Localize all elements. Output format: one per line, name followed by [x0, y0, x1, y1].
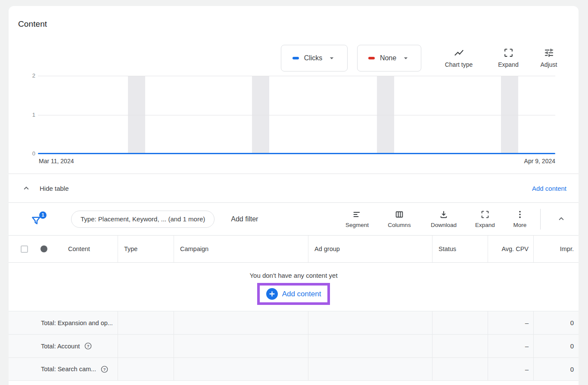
download-button[interactable]: Download: [428, 210, 460, 228]
table-row-total-account: Total: Account ? – 0: [9, 334, 579, 357]
chevron-down-icon: [327, 54, 336, 62]
expand-table-button[interactable]: Expand: [473, 210, 497, 228]
svg-text:?: ?: [87, 344, 90, 348]
select-all-checkbox[interactable]: [21, 245, 28, 253]
y-axis-tick: 2: [25, 72, 35, 79]
x-axis-end-label: Apr 9, 2024: [524, 158, 555, 165]
impr-value: 0: [570, 342, 574, 350]
metric-dropdown-label: Clicks: [304, 54, 323, 62]
add-content-button[interactable]: Add content: [257, 283, 330, 305]
empty-state-message: You don't have any content yet: [249, 272, 337, 279]
svg-text:?: ?: [103, 366, 106, 371]
expand-chart-button[interactable]: Expand: [493, 47, 523, 68]
table-header-row: Content Type Campaign Ad group Status Av…: [9, 235, 579, 263]
gridline-y1: [38, 115, 555, 115]
none-series-swatch: [368, 57, 375, 59]
expand-icon: [503, 47, 514, 58]
metric-dropdown-none[interactable]: None: [357, 45, 421, 71]
adjust-button[interactable]: Adjust: [534, 47, 564, 68]
empty-state: You don't have any content yet Add conte…: [9, 263, 579, 311]
avg-cpv-value: –: [525, 366, 529, 373]
impr-value: 0: [570, 366, 574, 373]
avg-cpv-value: –: [525, 342, 529, 350]
chevron-up-icon: [22, 183, 31, 193]
more-button[interactable]: More: [512, 210, 528, 228]
y-axis-tick: 1: [25, 112, 35, 118]
columns-button[interactable]: Columns: [386, 210, 413, 228]
page-title: Content: [18, 19, 47, 29]
gridline-y2: [38, 76, 555, 76]
collapse-toolbar-chevron[interactable]: [557, 214, 566, 224]
header-campaign[interactable]: Campaign: [174, 236, 308, 262]
header-ad-group[interactable]: Ad group: [308, 236, 432, 262]
filter-funnel-button[interactable]: 1: [30, 212, 43, 226]
filter-bar: 1 Type: Placement, Keyword, ... (and 1 m…: [9, 202, 579, 235]
chart-type-button[interactable]: Chart type: [442, 47, 476, 68]
help-icon[interactable]: ?: [100, 365, 109, 373]
table-row-total-search: Total: Search cam... ? – 0: [9, 357, 579, 381]
segment-button[interactable]: Segment: [344, 210, 370, 228]
add-filter-button[interactable]: Add filter: [231, 215, 258, 223]
impr-value: 0: [570, 319, 574, 326]
total-row-label: Total: Expansion and op...: [41, 320, 113, 326]
table-toggle-row: Hide table Add content: [9, 174, 579, 202]
clicks-series-swatch: [292, 57, 299, 59]
columns-icon: [395, 210, 404, 219]
total-row-label: Total: Search cam...: [41, 366, 96, 373]
chart-section: Content Clicks None Chart type: [9, 6, 579, 174]
segment-icon: [352, 210, 362, 219]
avg-cpv-value: –: [525, 319, 529, 326]
line-chart-icon: [454, 47, 464, 58]
table-row-total-expansion: Total: Expansion and op... – 0: [9, 311, 579, 334]
active-filter-chip[interactable]: Type: Placement, Keyword, ... (and 1 mor…: [71, 211, 215, 228]
add-content-link[interactable]: Add content: [532, 185, 566, 192]
filter-count-badge: 1: [39, 211, 47, 219]
total-row-label: Total: Account: [41, 343, 80, 350]
toolbar-divider: [540, 209, 541, 230]
hide-table-toggle[interactable]: Hide table: [22, 183, 69, 193]
metric-dropdown-label: None: [380, 54, 396, 62]
y-axis-tick: 0: [25, 150, 35, 157]
header-content-cell: Content: [9, 236, 118, 262]
metric-dropdown-clicks[interactable]: Clicks: [281, 45, 348, 71]
clicks-series-line: [38, 153, 555, 154]
help-icon[interactable]: ?: [84, 342, 92, 350]
status-dot-icon: [40, 245, 47, 252]
x-axis-start-label: Mar 11, 2024: [39, 158, 74, 165]
plus-circle-icon: [266, 288, 278, 300]
header-content[interactable]: Content: [68, 245, 90, 252]
header-avg-cpv[interactable]: Avg. CPV: [488, 236, 533, 262]
header-type[interactable]: Type: [118, 236, 174, 262]
download-icon: [439, 210, 448, 219]
more-vert-icon: [515, 210, 525, 219]
chevron-down-icon: [401, 54, 410, 62]
header-impr[interactable]: Impr.: [533, 236, 579, 262]
expand-icon: [480, 210, 490, 219]
tune-sliders-icon: [544, 47, 554, 58]
content-panel: Content Clicks None Chart type: [9, 6, 579, 385]
header-status[interactable]: Status: [432, 236, 488, 262]
